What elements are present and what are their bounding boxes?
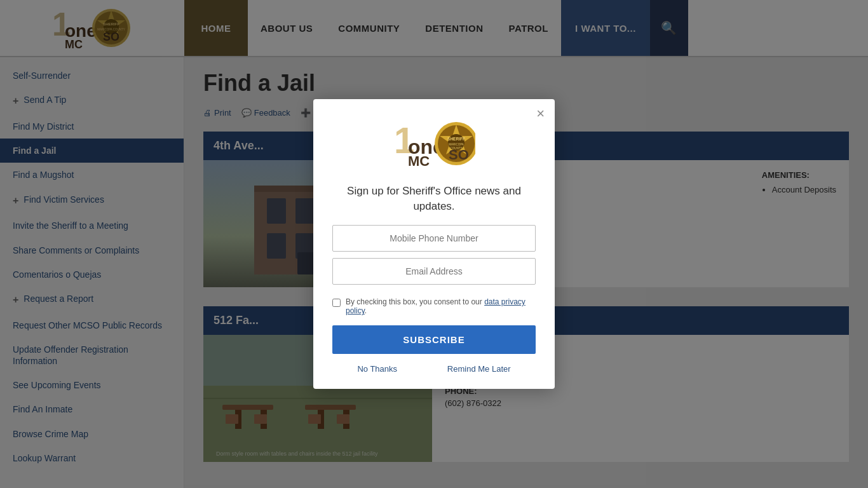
email-input[interactable] — [332, 258, 536, 285]
svg-text:MC: MC — [408, 153, 430, 169]
remind-later-link[interactable]: Remind Me Later — [447, 364, 511, 374]
modal-footer-links: No Thanks Remind Me Later — [332, 364, 536, 374]
consent-text: By checking this box, you consent to our… — [346, 297, 536, 315]
svg-text:SHERIFF: SHERIFF — [447, 137, 465, 141]
subscription-modal: × 1 one MC SHERIFF MARICOPA COUNTY — [313, 99, 555, 390]
svg-text:SO: SO — [449, 147, 469, 163]
modal-close-button[interactable]: × — [536, 107, 545, 121]
svg-text:MARICOPA: MARICOPA — [449, 143, 464, 146]
no-thanks-link[interactable]: No Thanks — [357, 364, 397, 374]
modal-title: Sign up for Sheriff's Office news and up… — [332, 184, 536, 214]
phone-input[interactable] — [332, 225, 536, 252]
subscribe-button[interactable]: SUBSCRIBE — [332, 325, 536, 354]
modal-consent: By checking this box, you consent to our… — [332, 297, 536, 315]
modal-overlay[interactable]: × 1 one MC SHERIFF MARICOPA COUNTY — [0, 0, 868, 488]
consent-checkbox[interactable] — [332, 299, 341, 307]
modal-logo: 1 one MC SHERIFF MARICOPA COUNTY SO — [332, 118, 536, 172]
